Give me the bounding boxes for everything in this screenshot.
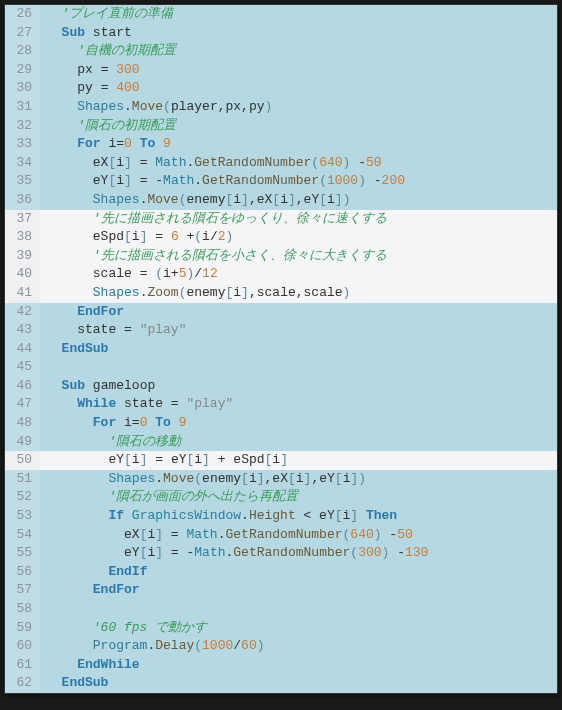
code-content[interactable]: Shapes.Move(player,px,py) — [40, 98, 272, 117]
code-line[interactable]: 34 eX[i] = Math.GetRandomNumber(640) -50 — [5, 154, 557, 173]
code-content[interactable]: eY[i] = -Math.GetRandomNumber(1000) -200 — [40, 172, 405, 191]
line-number: 46 — [5, 377, 40, 396]
code-line[interactable]: 41 Shapes.Zoom(enemy[i],scale,scale) — [5, 284, 557, 303]
code-line[interactable]: 37 '先に描画される隕石をゆっくり、徐々に速くする — [5, 210, 557, 229]
code-content[interactable]: EndIf — [40, 563, 147, 582]
code-line[interactable]: 35 eY[i] = -Math.GetRandomNumber(1000) -… — [5, 172, 557, 191]
code-content[interactable]: 'プレイ直前の準備 — [40, 5, 173, 24]
code-line[interactable]: 50 eY[i] = eY[i] + eSpd[i] — [5, 451, 557, 470]
code-content[interactable]: EndFor — [40, 581, 140, 600]
token-op: + — [171, 266, 179, 281]
code-content[interactable]: While state = "play" — [40, 395, 233, 414]
code-line[interactable]: 61 EndWhile — [5, 656, 557, 675]
code-line[interactable]: 32 '隕石の初期配置 — [5, 117, 557, 136]
code-line[interactable]: 49 '隕石の移動 — [5, 433, 557, 452]
code-content[interactable]: For i=0 To 9 — [40, 135, 171, 154]
token-cls: Shapes — [93, 285, 140, 300]
code-content[interactable]: px = 300 — [40, 61, 140, 80]
line-number: 47 — [5, 395, 40, 414]
token-id: eX — [257, 192, 273, 207]
code-content[interactable]: py = 400 — [40, 79, 140, 98]
line-number: 57 — [5, 581, 40, 600]
line-number: 55 — [5, 544, 40, 563]
code-line[interactable]: 53 If GraphicsWindow.Height < eY[i] Then — [5, 507, 557, 526]
code-line[interactable]: 48 For i=0 To 9 — [5, 414, 557, 433]
code-content[interactable] — [40, 358, 62, 377]
token-cm: '隕石の初期配置 — [77, 118, 176, 133]
token-kw: For — [77, 136, 100, 151]
code-content[interactable]: eY[i] = eY[i] + eSpd[i] — [40, 451, 288, 470]
code-content[interactable]: eY[i] = -Math.GetRandomNumber(300) -130 — [40, 544, 428, 563]
code-content[interactable]: Shapes.Move(enemy[i],eX[i],eY[i]) — [40, 470, 366, 489]
token-cls: Math — [194, 545, 225, 560]
token-op: - — [382, 527, 398, 542]
code-content[interactable]: If GraphicsWindow.Height < eY[i] Then — [40, 507, 397, 526]
token-op: - — [350, 155, 366, 170]
code-content[interactable]: Sub start — [40, 24, 132, 43]
code-content[interactable] — [40, 600, 93, 619]
token-br: ) — [265, 99, 273, 114]
code-content[interactable]: EndSub — [40, 674, 108, 693]
code-line[interactable]: 60 Program.Delay(1000/60) — [5, 637, 557, 656]
code-line[interactable]: 59 '60 fps で動かす — [5, 619, 557, 638]
code-line[interactable]: 51 Shapes.Move(enemy[i],eX[i],eY[i]) — [5, 470, 557, 489]
code-content[interactable]: state = "play" — [40, 321, 186, 340]
code-content[interactable]: Shapes.Move(enemy[i],eX[i],eY[i]) — [40, 191, 350, 210]
code-content[interactable]: '隕石が画面の外へ出たら再配置 — [40, 488, 298, 507]
code-line[interactable]: 47 While state = "play" — [5, 395, 557, 414]
token-op: , — [241, 99, 249, 114]
code-content[interactable]: eX[i] = Math.GetRandomNumber(640) -50 — [40, 154, 382, 173]
code-content[interactable]: EndFor — [40, 303, 124, 322]
code-line[interactable]: 45 — [5, 358, 557, 377]
code-line[interactable]: 38 eSpd[i] = 6 +(i/2) — [5, 228, 557, 247]
code-content[interactable]: '先に描画される隕石を小さく、徐々に大きくする — [40, 247, 387, 266]
code-line[interactable]: 29 px = 300 — [5, 61, 557, 80]
code-line[interactable]: 33 For i=0 To 9 — [5, 135, 557, 154]
code-line[interactable]: 43 state = "play" — [5, 321, 557, 340]
code-content[interactable]: EndWhile — [40, 656, 140, 675]
code-content[interactable]: '隕石の初期配置 — [40, 117, 176, 136]
code-line[interactable]: 54 eX[i] = Math.GetRandomNumber(640) -50 — [5, 526, 557, 545]
code-line[interactable]: 57 EndFor — [5, 581, 557, 600]
line-number: 27 — [5, 24, 40, 43]
code-editor[interactable]: 26 'プレイ直前の準備27 Sub start28 '自機の初期配置29 px… — [4, 4, 558, 694]
code-content[interactable]: '60 fps で動かす — [40, 619, 207, 638]
code-line[interactable]: 26 'プレイ直前の準備 — [5, 5, 557, 24]
code-content[interactable]: eX[i] = Math.GetRandomNumber(640) -50 — [40, 526, 413, 545]
code-line[interactable]: 40 scale = (i+5)/12 — [5, 265, 557, 284]
code-content[interactable]: Sub gameloop — [40, 377, 155, 396]
token-fn: Move — [147, 192, 178, 207]
code-line[interactable]: 42 EndFor — [5, 303, 557, 322]
code-line[interactable]: 58 — [5, 600, 557, 619]
code-line[interactable]: 55 eY[i] = -Math.GetRandomNumber(300) -1… — [5, 544, 557, 563]
token-br: [ — [335, 471, 343, 486]
token-op: , — [296, 285, 304, 300]
code-line[interactable]: 30 py = 400 — [5, 79, 557, 98]
code-line[interactable]: 62 EndSub — [5, 674, 557, 693]
code-line[interactable]: 27 Sub start — [5, 24, 557, 43]
code-content[interactable]: EndSub — [40, 340, 108, 359]
code-content[interactable]: Shapes.Zoom(enemy[i],scale,scale) — [40, 284, 350, 303]
token-br: ( — [194, 229, 202, 244]
code-line[interactable]: 56 EndIf — [5, 563, 557, 582]
code-content[interactable]: '隕石の移動 — [40, 433, 181, 452]
code-line[interactable]: 52 '隕石が画面の外へ出たら再配置 — [5, 488, 557, 507]
token-fn: Move — [163, 471, 194, 486]
code-content[interactable]: '自機の初期配置 — [40, 42, 176, 61]
line-number: 34 — [5, 154, 40, 173]
token-num: 12 — [202, 266, 218, 281]
code-content[interactable]: scale = (i+5)/12 — [40, 265, 218, 284]
code-line[interactable]: 36 Shapes.Move(enemy[i],eX[i],eY[i]) — [5, 191, 557, 210]
code-line[interactable]: 39 '先に描画される隕石を小さく、徐々に大きくする — [5, 247, 557, 266]
code-line[interactable]: 44 EndSub — [5, 340, 557, 359]
token-br: ] — [257, 471, 265, 486]
line-number: 32 — [5, 117, 40, 136]
code-content[interactable]: For i=0 To 9 — [40, 414, 187, 433]
code-content[interactable]: eSpd[i] = 6 +(i/2) — [40, 228, 233, 247]
code-content[interactable]: Program.Delay(1000/60) — [40, 637, 265, 656]
code-line[interactable]: 31 Shapes.Move(player,px,py) — [5, 98, 557, 117]
code-content[interactable]: '先に描画される隕石をゆっくり、徐々に速くする — [40, 210, 387, 229]
code-line[interactable]: 28 '自機の初期配置 — [5, 42, 557, 61]
token-num: 2 — [218, 229, 226, 244]
code-line[interactable]: 46 Sub gameloop — [5, 377, 557, 396]
